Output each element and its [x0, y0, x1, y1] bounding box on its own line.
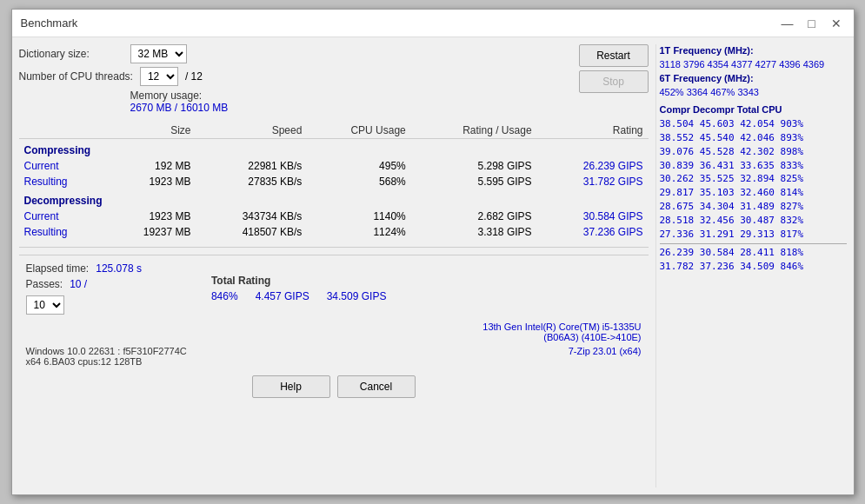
- cpu-name: 13th Gen Intel(R) Core(TM) i5-1335U: [482, 322, 641, 332]
- table-row: Resulting 19237 MB 418507 KB/s 1124% 3.3…: [19, 224, 649, 240]
- passes-label: Passes:: [26, 278, 63, 290]
- comp-current-name: Current: [19, 158, 104, 174]
- total-rating-gips2: 34.509 GIPS: [327, 290, 387, 302]
- passes-select-row: 10: [26, 294, 142, 315]
- freq-6t-values: 452% 3364 467% 3343: [660, 86, 847, 100]
- right-table-row: 38.504 45.603 42.054 903%: [660, 117, 847, 131]
- benchmark-window: Benchmark — □ ✕ Dictionary size: 32 MB: [11, 9, 855, 495]
- form-fields: Dictionary size: 32 MB Number of CPU thr…: [19, 44, 229, 117]
- total-rating-pct: 846%: [211, 290, 238, 302]
- decompressing-label: Decompressing: [19, 189, 649, 209]
- right-table-row: 31.782 37.236 34.509 846%: [660, 260, 847, 274]
- decomp-current-speed: 343734 KB/s: [196, 209, 307, 224]
- dict-size-row: Dictionary size: 32 MB: [19, 44, 229, 63]
- passes-select[interactable]: 10: [26, 295, 64, 315]
- col-size: Size: [104, 123, 196, 139]
- decomp-resulting-rating: 37.236 GIPS: [537, 224, 649, 240]
- table-row: Resulting 1923 MB 27835 KB/s 568% 5.595 …: [19, 174, 649, 189]
- cpu-threads-select[interactable]: 12: [140, 67, 178, 86]
- footer-buttons: Help Cancel: [26, 370, 642, 400]
- bottom-area: Elapsed time: 125.078 s Passes: 10 / 10: [19, 255, 649, 407]
- elapsed-row: Elapsed time: 125.078 s: [26, 262, 142, 275]
- os-info: Windows 10.0 22631 : f5F310F2774C: [26, 346, 187, 356]
- total-rating-gips1: 4.457 GIPS: [256, 290, 309, 302]
- maximize-button[interactable]: □: [803, 15, 821, 32]
- window-title: Benchmark: [21, 17, 78, 30]
- decompressing-header: Decompressing: [19, 189, 649, 209]
- right-panel: 1T Frequency (MHz): 3118 3796 4354 4377 …: [655, 44, 847, 487]
- comp-current-ru: 5.298 GIPS: [411, 158, 537, 174]
- top-controls: Dictionary size: 32 MB Number of CPU thr…: [19, 44, 649, 117]
- decomp-resulting-ru: 3.318 GIPS: [411, 224, 537, 240]
- table-row: Current 1923 MB 343734 KB/s 1140% 2.682 …: [19, 209, 649, 224]
- title-bar-controls: — □ ✕: [779, 15, 845, 32]
- close-button[interactable]: ✕: [828, 15, 845, 32]
- right-table-rows: 38.504 45.603 42.054 903%38.552 45.540 4…: [660, 117, 847, 274]
- cpu-threads-label: Number of CPU threads:: [19, 70, 133, 83]
- elapsed-value: 125.078 s: [96, 262, 142, 275]
- stop-button[interactable]: Stop: [579, 70, 649, 93]
- right-table-header: Compr Decompr Total CPU: [660, 103, 847, 117]
- comp-current-size: 192 MB: [104, 158, 196, 174]
- minimize-button[interactable]: —: [779, 15, 796, 32]
- title-bar: Benchmark — □ ✕: [12, 10, 854, 37]
- right-table-row: 26.239 30.584 28.411 818%: [660, 246, 847, 260]
- decomp-current-cpu: 1140%: [307, 209, 410, 224]
- decomp-resulting-size: 19237 MB: [104, 224, 196, 240]
- right-table-row: 30.262 35.525 32.894 825%: [660, 172, 847, 186]
- os-row: Windows 10.0 22631 : f5F310F2774C 7-Zip …: [26, 346, 642, 356]
- comp-current-rating: 26.239 GIPS: [537, 158, 649, 174]
- col-rating-usage: Rating / Usage: [411, 123, 537, 139]
- dict-size-select[interactable]: 32 MB: [130, 44, 187, 63]
- passes-row: Passes: 10 /: [26, 278, 142, 290]
- benchmark-table: Size Speed CPU Usage Rating / Usage Rati…: [19, 123, 649, 240]
- memory-numbers: 2670 MB / 16010 MB: [130, 102, 229, 114]
- table-header-row: Size Speed CPU Usage Rating / Usage Rati…: [19, 123, 649, 139]
- right-table-row: 29.817 35.103 32.460 814%: [660, 186, 847, 200]
- passes-value: 10 /: [70, 278, 87, 290]
- freq-6t-title: 6T Frequency (MHz):: [660, 72, 847, 86]
- restart-button[interactable]: Restart: [579, 44, 649, 67]
- col-rating: Rating: [537, 123, 649, 139]
- system-info: 13th Gen Intel(R) Core(TM) i5-1335U (B06…: [26, 322, 642, 367]
- right-table-row: 27.336 31.291 29.313 817%: [660, 228, 847, 242]
- left-panel: Dictionary size: 32 MB Number of CPU thr…: [19, 44, 649, 487]
- compressing-label: Compressing: [19, 139, 649, 159]
- col-name: [19, 123, 104, 139]
- cancel-button[interactable]: Cancel: [337, 375, 416, 398]
- cpu-threads-row: Number of CPU threads: 12 / 12: [19, 67, 229, 86]
- comp-current-cpu: 495%: [307, 158, 410, 174]
- right-table-row: 28.518 32.456 30.487 832%: [660, 214, 847, 228]
- comp-resulting-cpu: 568%: [307, 174, 410, 189]
- sevenzip-info: 7-Zip 23.01 (x64): [569, 346, 642, 356]
- comp-current-speed: 22981 KB/s: [196, 158, 307, 174]
- freq-1t-values: 3118 3796 4354 4377 4277 4396 4369: [660, 58, 847, 72]
- help-button[interactable]: Help: [252, 375, 330, 398]
- elapsed-section: Elapsed time: 125.078 s Passes: 10 / 10: [26, 262, 142, 315]
- right-table-row: 39.076 45.528 42.302 898%: [660, 145, 847, 159]
- elapsed-label: Elapsed time:: [26, 262, 90, 275]
- comp-resulting-name: Resulting: [19, 174, 104, 189]
- cpu-threads-suffix: / 12: [185, 70, 203, 83]
- comp-resulting-ru: 5.595 GIPS: [411, 174, 537, 189]
- bios-info: (B06A3) (410E->410E): [543, 332, 641, 342]
- freq-1t-title: 1T Frequency (MHz):: [660, 44, 847, 58]
- arch-info: x64 6.BA03 cpus:12 128TB: [26, 356, 642, 367]
- right-table-row: 28.675 34.304 31.489 827%: [660, 200, 847, 214]
- dict-size-label: Dictionary size:: [19, 48, 123, 60]
- comp-resulting-rating: 31.782 GIPS: [537, 174, 649, 189]
- cpu-info: 13th Gen Intel(R) Core(TM) i5-1335U (B06…: [26, 322, 642, 342]
- col-cpu: CPU Usage: [307, 123, 410, 139]
- decomp-current-rating: 30.584 GIPS: [537, 209, 649, 224]
- total-rating-label: Total Rating: [211, 275, 386, 287]
- decomp-resulting-speed: 418507 KB/s: [196, 224, 307, 240]
- bottom-stats-row: Elapsed time: 125.078 s Passes: 10 / 10: [26, 262, 642, 315]
- memory-row: Memory usage: 2670 MB / 16010 MB: [19, 90, 229, 114]
- col-speed: Speed: [196, 123, 307, 139]
- total-rating-values: 846% 4.457 GIPS 34.509 GIPS: [211, 290, 386, 302]
- main-content: Dictionary size: 32 MB Number of CPU thr…: [12, 37, 854, 494]
- table-row: Current 192 MB 22981 KB/s 495% 5.298 GIP…: [19, 158, 649, 174]
- decomp-current-size: 1923 MB: [104, 209, 196, 224]
- compressing-header: Compressing: [19, 139, 649, 159]
- comp-resulting-size: 1923 MB: [104, 174, 196, 189]
